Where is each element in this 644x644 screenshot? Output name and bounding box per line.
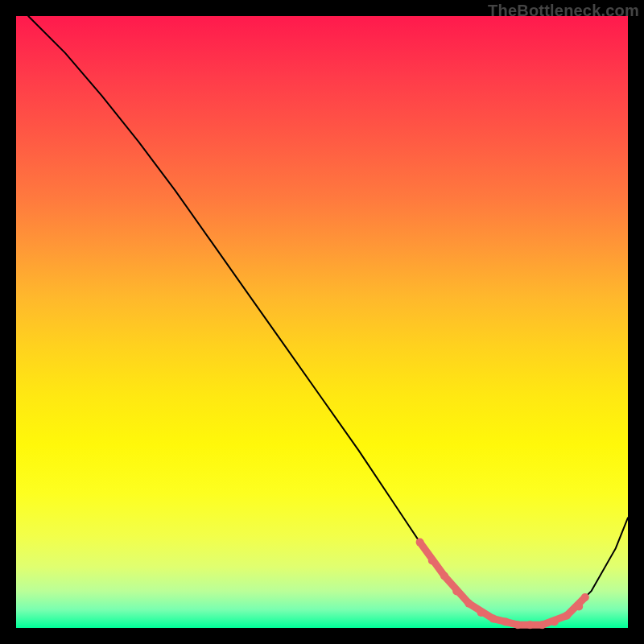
chart-frame: TheBottleneck.com (0, 0, 644, 644)
accent-dot (502, 617, 510, 625)
accent-right (543, 597, 585, 625)
chart-overlay (16, 16, 628, 628)
accent-dot (477, 609, 485, 617)
accent-dots (416, 539, 589, 630)
accent-dot (581, 593, 589, 601)
accent-dot (489, 615, 497, 623)
accent-dot (464, 600, 473, 608)
accent-dot (563, 612, 571, 620)
accent-dot (551, 617, 559, 625)
accent-dot (514, 621, 522, 629)
accent-dot (416, 539, 424, 547)
accent-dot (428, 556, 436, 564)
accent-dot (526, 621, 534, 629)
accent-dot (539, 621, 547, 629)
main-curve (28, 16, 628, 625)
accent-dot (452, 587, 460, 595)
accent-dot (440, 572, 448, 580)
accent-dot (575, 602, 583, 610)
